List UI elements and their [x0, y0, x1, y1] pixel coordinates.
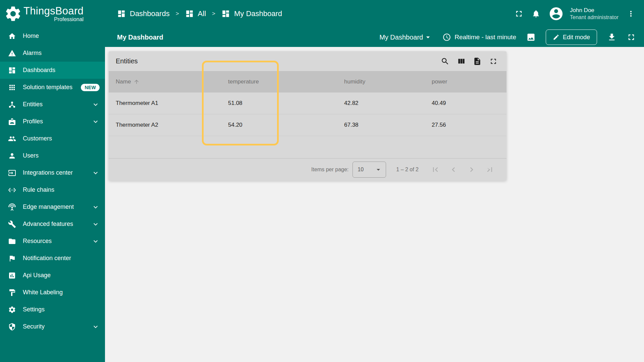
sidebar-item-label: Dashboards — [23, 67, 55, 74]
sidebar-item-api-usage[interactable]: Api Usage — [0, 267, 105, 284]
chevron-down-icon — [92, 220, 100, 228]
more-vert-icon[interactable] — [627, 9, 635, 18]
sidebar-item-notification-center[interactable]: Notification center — [0, 250, 105, 267]
breadcrumb-separator: > — [176, 10, 179, 17]
first-page-icon[interactable] — [431, 165, 440, 174]
sidebar-item-label: Api Usage — [23, 272, 51, 279]
widget-fullscreen-icon[interactable] — [489, 57, 498, 66]
sidebar-item-entities[interactable]: Entities — [0, 96, 105, 113]
table-row[interactable]: Thermometer A151.0842.8240.49 — [109, 93, 506, 114]
chevron-down-icon — [92, 203, 100, 211]
sidebar-item-customers[interactable]: Customers — [0, 130, 105, 147]
settings-icon — [8, 306, 16, 314]
new-badge: NEW — [81, 84, 100, 91]
table-cell: Thermometer A1 — [116, 100, 228, 107]
main-area: Dashboards>All>My Dashboard John Doe Ten… — [105, 0, 644, 362]
table-filler — [109, 136, 506, 158]
column-header-power[interactable]: power — [432, 78, 499, 85]
breadcrumb-item-dashboards[interactable]: Dashboards — [117, 9, 170, 18]
edit-mode-button[interactable]: Edit mode — [546, 29, 597, 45]
device-hub-icon — [8, 101, 16, 109]
ethernet-icon — [8, 186, 16, 194]
column-header-name[interactable]: Name — [116, 78, 228, 85]
widget-header: Entities — [109, 51, 506, 71]
dashboard-toolbar-actions: My Dashboard Realtime - last minute Edit… — [379, 29, 636, 45]
clock-icon — [442, 33, 451, 42]
sidebar-item-label: Edge management — [23, 203, 74, 210]
table-cell: 67.38 — [344, 122, 432, 128]
table-cell: 54.20 — [228, 122, 344, 128]
sidebar-item-edge-management[interactable]: Edge management — [0, 198, 105, 216]
export-file-icon[interactable] — [473, 57, 482, 66]
sidebar-item-label: Settings — [23, 306, 45, 313]
breadcrumb-item-my-dashboard[interactable]: My Dashboard — [221, 9, 282, 18]
sidebar-item-profiles[interactable]: Profiles — [0, 113, 105, 130]
columns-icon[interactable] — [457, 57, 466, 66]
topbar-right: John Doe Tenant administrator — [514, 6, 635, 21]
sidebar-item-label: Home — [23, 33, 39, 40]
timewindow-button[interactable]: Realtime - last minute — [442, 33, 516, 42]
sidebar-item-resources[interactable]: Resources — [0, 233, 105, 250]
dashboard-content: Entities Nametemperaturehumiditypower Th… — [105, 47, 644, 362]
user-menu[interactable]: John Doe Tenant administrator — [570, 7, 619, 21]
logo-subtitle: Professional — [23, 17, 84, 22]
shield-icon — [8, 323, 16, 331]
sidebar-item-advanced-features[interactable]: Advanced features — [0, 216, 105, 233]
folder-icon — [8, 237, 16, 245]
sidebar-item-security[interactable]: Security — [0, 318, 105, 335]
breadcrumb-label: Dashboards — [130, 9, 170, 18]
column-header-label: Name — [116, 78, 131, 85]
dashboard-toolbar: My Dashboard My Dashboard Realtime - las… — [105, 27, 644, 47]
fullscreen-icon[interactable] — [627, 33, 636, 42]
widget-actions — [441, 57, 498, 66]
sidebar-item-solution-templates[interactable]: Solution templatesNEW — [0, 79, 105, 96]
dropdown-arrow-icon — [374, 166, 382, 174]
sidebar-item-alarms[interactable]: Alarms — [0, 45, 105, 62]
items-per-page-value: 10 — [358, 167, 364, 173]
dashboard-grid-icon — [185, 9, 194, 18]
paint-icon — [8, 289, 16, 297]
notifications-bell-icon[interactable] — [532, 9, 540, 18]
sidebar-item-dashboards[interactable]: Dashboards — [0, 62, 105, 79]
breadcrumb-item-all[interactable]: All — [185, 9, 206, 18]
sidebar-item-users[interactable]: Users — [0, 147, 105, 164]
chevron-down-icon — [92, 101, 100, 109]
pagination-range: 1 – 2 of 2 — [396, 167, 419, 173]
column-header-label: humidity — [344, 78, 365, 85]
items-per-page-select[interactable]: 10 — [353, 162, 386, 178]
previous-page-icon[interactable] — [449, 165, 458, 174]
column-header-temperature[interactable]: temperature — [228, 78, 344, 85]
pager — [431, 165, 494, 174]
column-header-label: temperature — [228, 78, 259, 85]
sidebar-item-rule-chains[interactable]: Rule chains — [0, 181, 105, 198]
sidebar-item-label: Advanced features — [23, 221, 73, 228]
avatar[interactable] — [548, 6, 564, 21]
logo-text: ThingsBoard Professional — [23, 5, 84, 22]
logo[interactable]: ThingsBoard Professional — [0, 0, 105, 27]
sidebar-item-label: Users — [23, 152, 39, 159]
download-icon[interactable] — [607, 33, 616, 42]
sidebar-item-integrations-center[interactable]: Integrations center — [0, 164, 105, 181]
build-icon — [8, 220, 16, 228]
people-icon — [8, 135, 16, 143]
antenna-icon — [8, 203, 16, 211]
last-page-icon[interactable] — [485, 165, 494, 174]
search-icon[interactable] — [441, 57, 449, 66]
next-page-icon[interactable] — [467, 165, 476, 174]
home-icon — [8, 32, 16, 40]
thingsboard-logo-icon — [4, 5, 22, 23]
dashboard-state-selector[interactable]: My Dashboard — [379, 33, 432, 42]
breadcrumb-separator: > — [212, 10, 215, 17]
apps-icon — [8, 83, 16, 92]
table-cell: 42.82 — [344, 100, 432, 107]
topbar: Dashboards>All>My Dashboard John Doe Ten… — [105, 0, 644, 27]
sidebar-item-settings[interactable]: Settings — [0, 301, 105, 318]
chevron-down-icon — [92, 169, 100, 177]
table-row[interactable]: Thermometer A254.2067.3827.56 — [109, 114, 506, 136]
sidebar-item-label: Customers — [23, 135, 52, 142]
sidebar-item-white-labeling[interactable]: White Labeling — [0, 284, 105, 301]
sidebar-item-home[interactable]: Home — [0, 27, 105, 45]
column-header-humidity[interactable]: humidity — [344, 78, 432, 85]
image-icon[interactable] — [526, 33, 536, 42]
fullscreen-icon[interactable] — [514, 9, 524, 18]
